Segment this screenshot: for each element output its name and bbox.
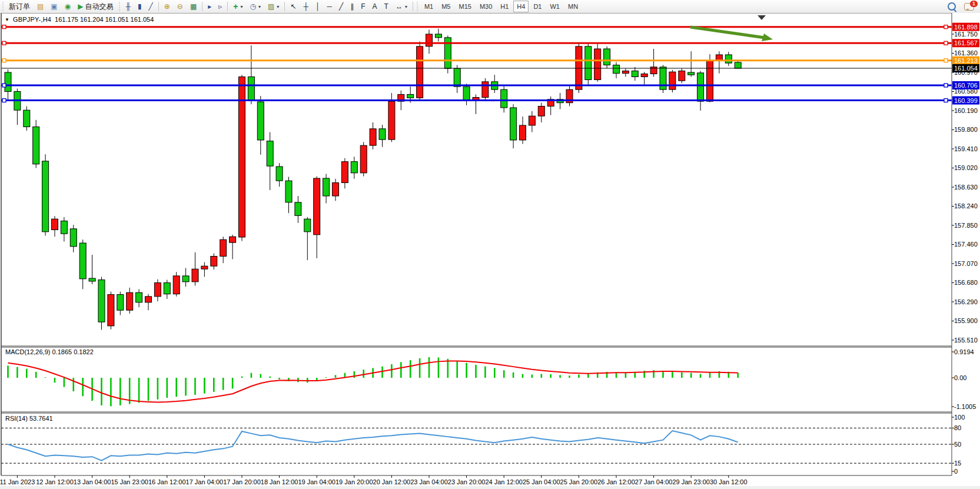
rsi-axis-label: 100: [954, 414, 965, 421]
rsi-label: RSI(14) 53.7641: [5, 415, 53, 422]
bar-chart-icon[interactable]: ╫: [122, 0, 134, 13]
candle-bear: [136, 292, 142, 302]
candle-bear: [182, 276, 189, 282]
channel-icon[interactable]: ∥: [347, 0, 357, 13]
auto-scroll-icon: ▸: [208, 3, 211, 10]
timeframe-mn[interactable]: MN: [564, 1, 582, 12]
chart-window-icon[interactable]: ▤: [34, 0, 46, 13]
fibonacci-icon[interactable]: F: [358, 0, 368, 13]
timeframe-m15[interactable]: M15: [455, 1, 474, 12]
search-icon[interactable]: [948, 2, 956, 11]
candle-bull: [333, 182, 339, 195]
candlestick-chart-icon[interactable]: ▮: [135, 0, 145, 13]
chart-shift-icon: ▹: [218, 3, 222, 10]
auto-trading-button[interactable]: ▶ 自动交易: [75, 0, 116, 13]
chart-shift-icon[interactable]: ▹: [215, 0, 225, 13]
candle-bear: [697, 73, 704, 101]
line-anchor-handle[interactable]: [944, 25, 948, 29]
text-icon[interactable]: A: [370, 0, 380, 13]
candle-bull: [520, 125, 526, 140]
periods-icon[interactable]: ◷▾: [247, 0, 264, 13]
candle-bear: [444, 38, 451, 68]
chart-title-bar: ▼ GBPJPY-,H4 161.175 161.204 161.051 161…: [5, 16, 154, 23]
timeframe-m5[interactable]: M5: [438, 1, 454, 12]
timeframe-d1[interactable]: D1: [530, 1, 545, 12]
line-anchor-handle[interactable]: [944, 41, 948, 45]
crosshair-icon[interactable]: ┼: [300, 0, 311, 13]
candle-bear: [613, 65, 620, 73]
zoom-in-icon: ⊕: [164, 3, 170, 10]
time-axis-label: 17 Jan 04:00: [186, 478, 224, 485]
line-chart-icon[interactable]: ╱: [146, 0, 156, 13]
zoom-in-icon[interactable]: ⊕: [161, 0, 173, 13]
fibonacci-icon: F: [361, 3, 365, 10]
new-order-label: 新订单: [9, 2, 30, 12]
line-anchor-handle[interactable]: [2, 25, 6, 29]
line-anchor-handle[interactable]: [944, 59, 948, 62]
candle-bear: [5, 72, 11, 91]
time-axis-label: 27 Jan 04:00: [635, 478, 673, 485]
arrows-icon[interactable]: ↔▾: [393, 0, 410, 13]
new-order-button[interactable]: 新订单: [6, 0, 33, 13]
time-axis-label: 24 Jan 12:00: [485, 478, 523, 485]
toolbar: 新订单 ▤▣◉ ▶ 自动交易 ╫▮╱⊕⊖▦▸▹+▾◷▾▨▾↖┼│─╱∥FAT↔▾…: [0, 0, 980, 14]
candle-bull: [622, 71, 629, 73]
line-anchor-handle[interactable]: [2, 41, 6, 45]
candle-bull: [145, 297, 152, 302]
chart-ohlc-values: 161.175 161.204 161.051 161.054: [55, 16, 154, 23]
horizontal-line-icon[interactable]: ─: [324, 0, 335, 13]
candle-bear: [42, 161, 49, 232]
navigator-icon[interactable]: ◉: [62, 0, 74, 13]
data-window-icon[interactable]: ▣: [48, 0, 60, 13]
time-axis-label: 18 Jan 12:00: [261, 478, 298, 485]
notifications-icon[interactable]: 1: [964, 3, 974, 11]
candle-bear: [117, 294, 124, 310]
price-tick-label: 159.020: [954, 164, 978, 171]
price-tick-label: 155.510: [954, 337, 978, 344]
candle-bear: [79, 243, 86, 279]
zoom-out-icon: ⊖: [177, 3, 183, 10]
candle-bear: [632, 71, 638, 76]
candle-bear: [407, 94, 414, 98]
zoom-out-icon[interactable]: ⊖: [174, 0, 186, 13]
trendline-icon[interactable]: ╱: [336, 0, 346, 13]
rsi-axis-label: 15: [954, 460, 961, 467]
timeframe-w1[interactable]: W1: [546, 1, 563, 12]
templates-icon: ▨: [268, 3, 274, 10]
candle-bull: [52, 219, 58, 229]
price-tick-label: 161.750: [954, 31, 978, 38]
time-axis-label: 11 Jan 2023: [0, 478, 35, 485]
auto-scroll-icon[interactable]: ▸: [205, 0, 214, 13]
one-click-trading-toggle[interactable]: ▼: [5, 17, 9, 22]
chevron-down-icon: ▾: [258, 4, 261, 9]
candle-bull: [669, 72, 676, 89]
indicators-icon[interactable]: +▾: [230, 0, 245, 13]
candle-bull: [220, 239, 227, 256]
timeframe-h4[interactable]: H4: [513, 1, 529, 12]
timeframe-h1[interactable]: H1: [497, 1, 512, 12]
label-icon[interactable]: T: [381, 0, 391, 13]
timeframe-m1[interactable]: M1: [421, 1, 437, 12]
line-anchor-handle[interactable]: [2, 59, 6, 62]
vertical-line-icon[interactable]: │: [313, 0, 323, 13]
line-anchor-handle[interactable]: [944, 84, 948, 87]
candle-bull: [341, 162, 348, 183]
toolbar-grip[interactable]: [118, 2, 121, 11]
tile-windows-icon[interactable]: ▦: [187, 0, 200, 13]
toolbar-grip[interactable]: [416, 2, 419, 11]
candle-bull: [314, 178, 320, 235]
time-axis-label: 13 Jan 04:00: [74, 478, 111, 485]
toolbar-grip[interactable]: [1, 2, 4, 11]
line-anchor-handle[interactable]: [2, 99, 6, 102]
templates-icon[interactable]: ▨▾: [265, 0, 282, 13]
timeframe-m30[interactable]: M30: [476, 1, 496, 12]
candle-bear: [24, 110, 30, 127]
line-anchor-handle[interactable]: [944, 99, 948, 102]
auto-trading-label: 自动交易: [85, 2, 113, 12]
cursor-icon[interactable]: ↖: [287, 0, 299, 13]
macd-label: MACD(12,26,9) 0.1865 0.1822: [5, 348, 94, 355]
candle-bull: [211, 256, 217, 266]
price-badge-label: 160.399: [954, 97, 978, 104]
line-anchor-handle[interactable]: [2, 84, 6, 87]
price-badge-label: 161.213: [954, 57, 978, 64]
